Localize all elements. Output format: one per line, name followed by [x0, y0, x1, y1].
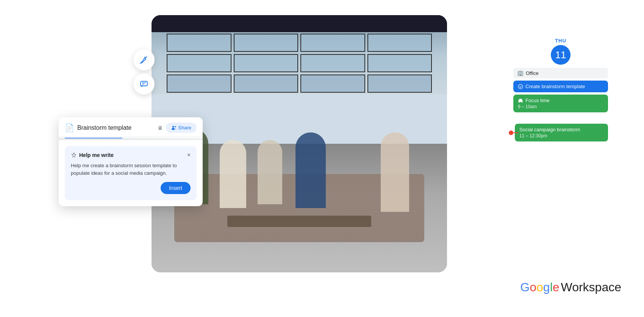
chat-button[interactable] [133, 73, 155, 95]
ruler-area [59, 138, 203, 140]
focus-event-time: 9 – 10am [518, 104, 603, 109]
ruler-bar [65, 138, 122, 138]
popup-footer: Insert [71, 182, 191, 194]
time-indicator [509, 131, 519, 135]
docs-header: 📄 Brainstorm template 🖥 Share [59, 117, 203, 137]
calendar-office-label: 🏢 Office [513, 68, 608, 78]
svg-point-6 [518, 84, 523, 89]
letter-e: e [553, 280, 560, 294]
docs-title: Brainstorm template [77, 124, 131, 131]
popup-header: Help me write × [71, 152, 191, 158]
focus-event-title: Focus time [518, 98, 603, 103]
share-button[interactable]: Share [166, 123, 197, 133]
toolbar-pills [133, 49, 155, 95]
event-focus-time[interactable]: Focus time 9 – 10am [513, 95, 608, 112]
letter-o1: o [530, 280, 536, 294]
office-text: Office [526, 70, 539, 76]
pencil-button[interactable] [133, 49, 155, 70]
svg-point-4 [172, 126, 174, 127]
docs-icon: 📄 [65, 123, 74, 132]
share-label: Share [178, 125, 191, 131]
letter-G: G [520, 280, 530, 294]
workspace-wordmark: Workspace [561, 280, 621, 294]
pencil-ai-icon [139, 55, 148, 64]
docs-card: 📄 Brainstorm template 🖥 Share Help me w [59, 117, 203, 206]
event-title: Create brainstorm template [518, 84, 603, 89]
social-event-time: 11 – 12:30pm [519, 133, 603, 138]
sparkle-icon [71, 152, 77, 158]
headphones-icon [518, 98, 523, 103]
close-button[interactable]: × [187, 152, 191, 158]
letter-g: g [543, 280, 550, 294]
time-spacer [513, 115, 608, 124]
docs-title-row: 📄 Brainstorm template [65, 123, 131, 132]
chat-icon [139, 79, 148, 89]
help-me-write-popup: Help me write × Help me create a brainst… [65, 146, 197, 200]
event-create-brainstorm[interactable]: Create brainstorm template [513, 81, 608, 92]
calendar-day-number: 11 [551, 45, 571, 65]
docs-actions: 🖥 Share [158, 123, 197, 133]
social-event-title: Social campaign brainstorm [519, 127, 603, 132]
google-wordmark: Google [520, 280, 559, 294]
svg-rect-1 [141, 81, 147, 86]
time-line [513, 132, 519, 133]
insert-button[interactable]: Insert [161, 182, 191, 194]
letter-o2: o [536, 280, 543, 294]
social-event-wrapper: Social campaign brainstorm 11 – 12:30pm [513, 124, 608, 141]
popup-text: Help me create a brainstorm session temp… [71, 162, 191, 177]
time-dot [509, 131, 513, 135]
monitor-icon: 🖥 [158, 125, 163, 131]
event-social-campaign[interactable]: Social campaign brainstorm 11 – 12:30pm [515, 124, 608, 141]
calendar-day-header: THU 11 [513, 38, 608, 65]
svg-point-0 [146, 56, 147, 58]
google-workspace-logo: Google Workspace [520, 280, 621, 294]
people-icon [171, 125, 177, 131]
calendar-day-name: THU [513, 38, 608, 44]
letter-l: l [550, 280, 553, 294]
popup-title: Help me write [79, 152, 114, 158]
check-circle-icon [518, 84, 523, 89]
office-building-icon: 🏢 [517, 70, 524, 76]
svg-point-5 [175, 126, 177, 127]
calendar-panel: THU 11 🏢 Office Create brainstorm templa… [513, 38, 608, 144]
popup-title-row: Help me write [71, 152, 114, 158]
